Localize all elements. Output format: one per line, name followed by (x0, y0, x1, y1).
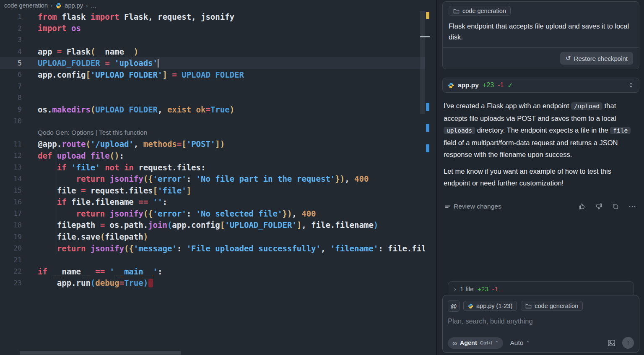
line-number: 22 (0, 267, 22, 275)
code-token: flask (62, 12, 86, 21)
add-context-button[interactable]: @ (448, 300, 460, 312)
code-token: Flask (67, 47, 91, 56)
code-editor[interactable]: code generation › app.py › … 1from flask… (0, 0, 436, 355)
code-line[interactable]: 13 if 'file' not in request.files: (0, 162, 425, 173)
code-line[interactable]: 23 app.run(debug=True) (0, 277, 425, 289)
code-token: ( (91, 47, 95, 56)
code-line[interactable]: 1from flask import Flask, request, jsoni… (0, 11, 425, 23)
code-token: ( (100, 232, 105, 241)
code-line[interactable]: 15 file = request.files['file'] (0, 185, 425, 196)
code-line[interactable]: 3 (0, 34, 425, 46)
code-token: : (187, 174, 196, 183)
thumbs-up-icon[interactable] (578, 203, 586, 210)
line-number: 21 (0, 256, 22, 264)
code-text: return jsonify({'message': 'File uploade… (38, 244, 425, 253)
code-line[interactable]: 5UPLOAD_FOLDER = 'uploads' (0, 57, 425, 69)
code-line[interactable]: 18 filepath = os.path.join(app.config['U… (0, 219, 425, 231)
code-token: filepath (105, 232, 143, 241)
code-line[interactable]: 10 (0, 115, 425, 127)
code-token: not in (100, 163, 139, 172)
code-token: : (177, 244, 187, 253)
infinity-icon: ∞ (452, 339, 457, 347)
code-token: ) (143, 278, 148, 287)
code-lines: 1from flask import Flask, request, jsoni… (0, 11, 436, 289)
code-token: 'UPLOAD_FOLDER' (225, 220, 297, 230)
code-token: return (57, 244, 91, 253)
code-text: from flask import Flask, request, jsonif… (38, 12, 425, 21)
arrow-up-icon: ↑ (626, 339, 630, 347)
codelens[interactable]: Qodo Gen: Options | Test this function (0, 127, 425, 138)
code-line[interactable]: 2import os (0, 23, 425, 34)
codelens-text[interactable]: Qodo Gen: Options | Test this function (38, 129, 425, 136)
lines-removed: -1 (492, 285, 498, 293)
editor-vertical-scrollbar[interactable] (420, 11, 425, 114)
breadcrumb-symbol[interactable]: … (91, 2, 97, 9)
attach-image-button[interactable] (608, 339, 615, 347)
copy-icon[interactable] (612, 203, 619, 210)
code-line[interactable]: 11@app.route('/upload', methods=['POST']… (0, 138, 425, 150)
code-token: debug (95, 278, 119, 287)
code-line[interactable]: 4app = Flask(__name__) (0, 46, 425, 57)
folder-icon (525, 303, 532, 309)
chevron-up-icon: ⌃ (526, 340, 530, 346)
code-token: = (167, 70, 182, 79)
code-token (38, 163, 57, 172)
line-number: 17 (0, 209, 22, 217)
restore-checkpoint-button[interactable]: ↺ Restore checkpoint (560, 52, 633, 65)
code-text: file = request.files['file'] (38, 186, 425, 195)
file-context-chip[interactable]: app.py (1-23) (463, 301, 517, 311)
chat-input[interactable]: Plan, search, build anything (448, 317, 634, 325)
code-token: = (100, 220, 110, 230)
code-line[interactable]: 12def upload_file(): (0, 150, 425, 162)
breadcrumb-folder[interactable]: code generation (4, 2, 48, 9)
model-selector[interactable]: Auto ⌃ (510, 339, 530, 347)
breadcrumb[interactable]: code generation › app.py › … (0, 0, 436, 11)
code-text: import os (38, 23, 425, 33)
editor-horizontal-scrollbar[interactable] (20, 351, 181, 355)
code-line[interactable]: 9os.makedirs(UPLOAD_FOLDER, exist_ok=Tru… (0, 104, 425, 115)
code-token: from (38, 12, 62, 21)
code-line[interactable]: 7 (0, 81, 425, 92)
code-line[interactable]: 8 (0, 92, 425, 104)
line-number: 3 (0, 36, 22, 44)
code-token: }) (335, 174, 345, 183)
code-token: route (62, 139, 86, 149)
file-name: app.py (458, 81, 479, 89)
changed-file-card[interactable]: app.py +23 -1 ✓ (442, 78, 639, 93)
chat-composer[interactable]: @ app.py (1-23) code generation Plan, se… (442, 295, 639, 353)
line-number: 4 (0, 47, 22, 55)
code-token: [ (220, 220, 225, 230)
user-prompt: Flask endpoint that accepts file upload … (449, 21, 633, 42)
code-token: '__main__' (110, 267, 158, 276)
code-line[interactable]: 16 if file.filename == '': (0, 196, 425, 208)
send-button[interactable]: ↑ (622, 337, 634, 349)
code-line[interactable]: 19 file.save(filepath) (0, 231, 425, 243)
context-chip[interactable]: code generation (449, 6, 511, 16)
expand-icon[interactable] (628, 82, 634, 88)
folder-context-chip[interactable]: code generation (521, 301, 583, 311)
code-line[interactable]: 20 return jsonify({'message': 'File uplo… (0, 243, 425, 254)
agent-mode-selector[interactable]: ∞ Agent Ctrl+I ⌃ (448, 337, 503, 349)
code-line[interactable]: 21 (0, 254, 425, 266)
code-token: , file.filename (301, 220, 374, 230)
code-token: __name__ (95, 47, 134, 56)
code-token: = (57, 47, 67, 56)
code-line[interactable]: 14 return jsonify({'error': 'No file par… (0, 173, 425, 185)
code-token: UPLOAD_FOLDER (182, 70, 244, 79)
code-token: @app. (38, 139, 62, 149)
image-icon (608, 339, 615, 347)
assistant-panel: code generation Flask endpoint that acce… (436, 0, 644, 355)
more-options-icon[interactable]: ⋯ (628, 202, 636, 211)
breadcrumb-file[interactable]: app.py (65, 2, 83, 9)
code-line[interactable]: 22if __name__ == '__main__': (0, 266, 425, 277)
code-line[interactable]: 6app.config['UPLOAD_FOLDER'] = UPLOAD_FO… (0, 69, 425, 81)
code-line[interactable]: 17 return jsonify({'error': 'No selected… (0, 208, 425, 219)
code-token: ] (297, 220, 301, 230)
review-changes-link[interactable]: Review changes (444, 203, 501, 210)
ruler-info-mark (426, 144, 429, 152)
thumbs-down-icon[interactable] (595, 203, 602, 210)
line-number: 16 (0, 198, 22, 206)
code-token: == (138, 197, 153, 206)
code-token: request.files (91, 186, 153, 195)
code-token: 'No file part in the request' (196, 174, 335, 183)
